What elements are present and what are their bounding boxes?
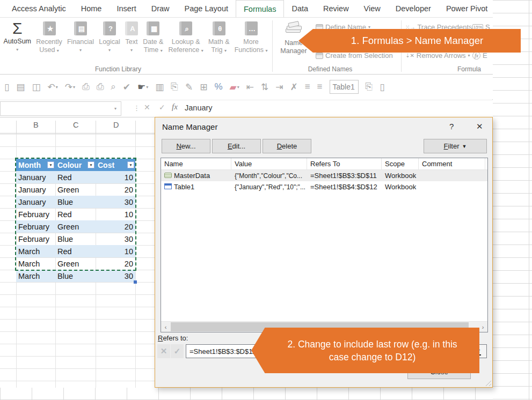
- more-functions-button[interactable]: … More Functions ▾: [232, 20, 270, 64]
- save-icon[interactable]: ◫: [32, 82, 40, 93]
- resize-grip[interactable]: [484, 379, 491, 386]
- folder-icon[interactable]: ▥: [155, 82, 164, 93]
- remove-arrows-icon: ⇣✕: [405, 53, 414, 58]
- delete-button[interactable]: Delete: [263, 139, 311, 153]
- col-refers-to[interactable]: Refers To: [307, 158, 382, 170]
- callout-step2-line2: case change to D12): [329, 351, 416, 364]
- table-row[interactable]: MarchRed10: [16, 245, 135, 257]
- delete-cells-icon[interactable]: ⇥: [275, 82, 283, 93]
- redo-button[interactable]: ↷▾: [65, 82, 75, 93]
- table-row[interactable]: FebruaryRed10: [16, 208, 135, 220]
- cancel-refers-button[interactable]: ✕: [157, 344, 170, 358]
- create-from-selection-label: Create from Selection: [325, 51, 393, 60]
- filter-dropdown-icon[interactable]: ▾: [88, 161, 94, 168]
- close-icon[interactable]: ✕: [476, 122, 483, 131]
- math-trig-button[interactable]: θ Math & Trig ▾: [206, 20, 232, 64]
- table-row[interactable]: FebruaryBlue30: [16, 233, 135, 245]
- create-from-selection-button[interactable]: Create from Selection: [316, 51, 393, 60]
- name-manager-label2: Manager: [280, 47, 307, 55]
- scroll-left-icon[interactable]: ‹: [161, 322, 170, 332]
- financial-button[interactable]: ▤ Financial ▾: [64, 20, 96, 64]
- borders-icon[interactable]: ⊞: [200, 82, 207, 93]
- lookup-reference-button[interactable]: ⌕ Lookup & Reference ▾: [166, 20, 206, 64]
- math-trig-label2: Trig ▾: [211, 46, 227, 55]
- col-comment[interactable]: Comment: [419, 158, 485, 170]
- chevron-down-icon: ▼: [462, 144, 467, 149]
- align-center-icon[interactable]: ≡: [305, 82, 310, 92]
- table-resize-handle[interactable]: [134, 280, 137, 284]
- lookup-reference-label: Lookup &: [172, 38, 200, 46]
- filter-dropdown-icon[interactable]: ▾: [47, 161, 54, 168]
- scroll-right-icon[interactable]: ›: [478, 322, 487, 332]
- touch-mode-button[interactable]: ☛▾: [137, 82, 148, 93]
- table-row[interactable]: MarchGreen20: [16, 257, 135, 270]
- new-file-icon[interactable]: ▯: [4, 82, 9, 93]
- evaluate-formula-button[interactable]: fx E: [472, 51, 487, 60]
- tab-formulas[interactable]: Formulas: [236, 0, 284, 17]
- text-button[interactable]: A Text ▾: [122, 20, 140, 64]
- column-header-c[interactable]: C: [73, 121, 78, 129]
- date-time-button[interactable]: ▦ Date & Time ▾: [141, 20, 166, 64]
- cancel-entry-button[interactable]: ✕: [144, 103, 150, 112]
- table-row[interactable]: FebruaryGreen20: [16, 220, 135, 233]
- remove-duplicates-icon[interactable]: ✗: [290, 82, 297, 93]
- eraser-button[interactable]: ▰▾: [230, 82, 239, 93]
- tab-home[interactable]: Home: [74, 0, 110, 17]
- column-header-b[interactable]: B: [33, 121, 39, 129]
- recently-used-button[interactable]: ★ Recently Used ▾: [34, 20, 65, 64]
- logical-button[interactable]: ? Logical ▾: [97, 20, 123, 64]
- table-row[interactable]: JanuaryBlue30: [16, 196, 135, 208]
- print-preview-icon[interactable]: ⌕: [111, 82, 116, 92]
- filter-dropdown-icon[interactable]: ▾: [127, 161, 134, 168]
- column-header-d[interactable]: D: [113, 121, 119, 129]
- transpose-icon[interactable]: ⇅: [261, 82, 268, 93]
- percent-style-icon[interactable]: %: [214, 82, 222, 92]
- text-label: Text: [126, 38, 138, 46]
- tab-view[interactable]: View: [356, 0, 388, 17]
- new-button[interactable]: New...: [162, 139, 210, 153]
- table-row[interactable]: MarchBlue30: [16, 270, 135, 282]
- edit-button[interactable]: Edit...: [212, 139, 261, 153]
- list-item-table1[interactable]: Table1 {"January","Red","10";"... =Sheet…: [161, 181, 487, 192]
- undo-button[interactable]: ↶▾: [47, 82, 57, 93]
- remove-arrows-button[interactable]: ⇣✕ Remove Arrows ▾: [405, 51, 470, 60]
- confirm-refers-button[interactable]: ✓: [171, 344, 184, 358]
- format-painter-icon[interactable]: ✎: [185, 82, 193, 93]
- confirm-entry-button[interactable]: ✓: [159, 103, 165, 112]
- insert-function-button[interactable]: fx: [172, 102, 178, 112]
- paste-special-icon[interactable]: ⎘: [171, 82, 178, 92]
- chevron-down-icon: ▾: [237, 85, 239, 90]
- quick-print-icon[interactable]: ⎙: [97, 82, 104, 92]
- chevron-down-icon: ▾: [130, 46, 133, 54]
- table-row[interactable]: JanuaryRed10: [16, 171, 135, 183]
- tab-review[interactable]: Review: [316, 0, 356, 17]
- tab-power-pivot[interactable]: Power Pivot: [439, 0, 493, 17]
- align-justify-icon[interactable]: ≡: [317, 82, 323, 92]
- autosum-button[interactable]: Σ AutoSum ▾: [1, 20, 34, 64]
- col-name[interactable]: Name: [161, 158, 231, 170]
- formula-bar-handle[interactable]: ⋮: [133, 104, 141, 112]
- formula-bar-content[interactable]: January: [185, 103, 213, 112]
- tab-developer[interactable]: Developer: [388, 0, 439, 17]
- tab-draw[interactable]: Draw: [144, 0, 177, 17]
- help-icon[interactable]: ?: [449, 122, 454, 131]
- print-icon[interactable]: ⎙: [82, 82, 90, 92]
- open-icon[interactable]: ▤: [16, 82, 25, 93]
- copy-icon[interactable]: ⎘: [366, 82, 373, 92]
- spelling-icon[interactable]: ✔: [123, 82, 130, 93]
- decrease-indent-icon[interactable]: ⇤: [246, 82, 254, 93]
- tab-insert[interactable]: Insert: [109, 0, 143, 17]
- chevron-down-icon: ▾: [201, 48, 203, 53]
- col-value[interactable]: Value: [231, 158, 307, 170]
- table-name-box[interactable]: Table1: [330, 80, 359, 94]
- clipboard-icon[interactable]: ▯: [380, 82, 384, 93]
- list-item-masterdata[interactable]: MasterData {"Month","Colour","Co... =She…: [161, 170, 487, 181]
- table-row[interactable]: JanuaryGreen20: [16, 183, 135, 196]
- tab-access-analytic[interactable]: Access Analytic: [4, 0, 74, 17]
- tab-data[interactable]: Data: [284, 0, 316, 17]
- tab-page-layout[interactable]: Page Layout: [177, 0, 236, 17]
- col-scope[interactable]: Scope: [382, 158, 419, 170]
- filter-button[interactable]: Filter▼: [424, 139, 487, 153]
- name-box[interactable]: ▾: [0, 101, 121, 116]
- chevron-down-icon: ▾: [16, 46, 18, 54]
